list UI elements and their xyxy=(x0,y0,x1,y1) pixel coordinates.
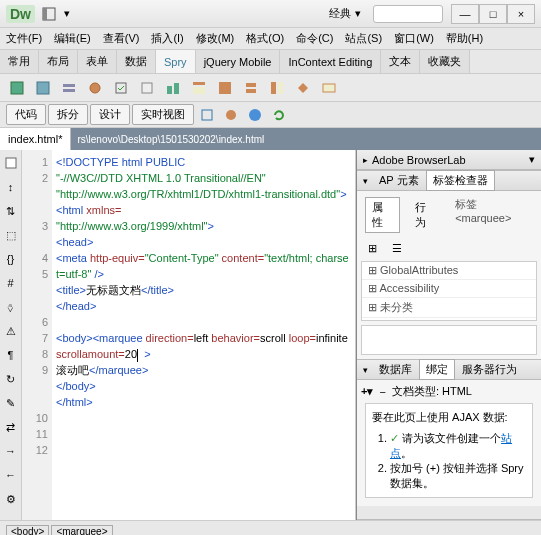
spry-icon-6[interactable] xyxy=(136,77,158,99)
line-numbers-icon[interactable]: # xyxy=(2,274,20,292)
server-behaviors-tab[interactable]: 服务器行为 xyxy=(455,359,524,380)
svg-rect-17 xyxy=(202,110,212,120)
highlight-icon[interactable]: ⎀ xyxy=(2,298,20,316)
minimize-button[interactable]: — xyxy=(451,4,479,24)
code-tools-vertical: ↕ ⇅ ⬚ {} # ⎀ ⚠ ¶ ↻ ✎ ⇄ → ← ⚙ xyxy=(0,150,22,520)
spry-icon-4[interactable] xyxy=(84,77,106,99)
panel-browserlab-header[interactable]: ▸ Adobe BrowserLab ▾ xyxy=(357,150,541,170)
insert-tab-layout[interactable]: 布局 xyxy=(39,50,78,73)
spry-icon-13[interactable] xyxy=(318,77,340,99)
indent-icon[interactable]: → xyxy=(2,442,20,460)
menu-window[interactable]: 窗口(W) xyxy=(394,31,434,46)
inspect-icon[interactable] xyxy=(196,104,218,126)
move-icon[interactable]: ⇄ xyxy=(2,418,20,436)
live-code-icon[interactable] xyxy=(220,104,242,126)
panel-tag-inspector-header[interactable]: ▾ AP 元素 标签检查器 xyxy=(357,171,541,191)
insert-tab-spry[interactable]: Spry xyxy=(156,50,196,73)
list-view-icon[interactable]: ☰ xyxy=(386,237,408,259)
view-live-button[interactable]: 实时视图 xyxy=(132,104,194,125)
balance-braces-icon[interactable]: {} xyxy=(2,250,20,268)
menu-commands[interactable]: 命令(C) xyxy=(296,31,333,46)
ap-elements-tab[interactable]: AP 元素 xyxy=(372,170,426,191)
insert-tab-text[interactable]: 文本 xyxy=(381,50,420,73)
format-icon[interactable]: ⚙ xyxy=(2,490,20,508)
apply-comment-icon[interactable]: ¶ xyxy=(2,346,20,364)
expand-icon[interactable]: ⇅ xyxy=(2,202,20,220)
spry-icon-11[interactable] xyxy=(266,77,288,99)
bindings-tab[interactable]: 绑定 xyxy=(419,359,455,380)
view-design-button[interactable]: 设计 xyxy=(90,104,130,125)
doc-type-label: 文档类型: HTML xyxy=(392,384,472,399)
wrap-tag-icon[interactable]: ↻ xyxy=(2,370,20,388)
menu-format[interactable]: 格式(O) xyxy=(246,31,284,46)
menu-insert[interactable]: 插入(I) xyxy=(151,31,183,46)
menu-modify[interactable]: 修改(M) xyxy=(196,31,235,46)
line-gutter: 12 3 4 5 6 7 8 9 10 11 12 xyxy=(22,150,52,520)
insert-tab-incontext[interactable]: InContext Editing xyxy=(280,50,381,73)
recent-snippets-icon[interactable]: ✎ xyxy=(2,394,20,412)
document-path: rs\lenovo\Desktop\1501530202\index.html xyxy=(71,128,541,150)
open-docs-icon[interactable] xyxy=(2,154,20,172)
svg-rect-11 xyxy=(193,82,205,85)
attributes-list[interactable]: ⊞ GlobalAttributes ⊞ Accessibility ⊞ 未分类 xyxy=(361,261,537,321)
attributes-subtab[interactable]: 属性 xyxy=(365,197,400,233)
database-tab[interactable]: 数据库 xyxy=(372,359,419,380)
tag-inspector-tab[interactable]: 标签检查器 xyxy=(426,170,495,191)
outdent-icon[interactable]: ← xyxy=(2,466,20,484)
menu-file[interactable]: 文件(F) xyxy=(6,31,42,46)
collapse-icon[interactable]: ↕ xyxy=(2,178,20,196)
menu-edit[interactable]: 编辑(E) xyxy=(54,31,91,46)
collapse-arrow-icon: ▾ xyxy=(363,365,368,375)
svg-rect-13 xyxy=(219,82,231,94)
spry-icon-8[interactable] xyxy=(188,77,210,99)
spry-icon-10[interactable] xyxy=(240,77,262,99)
collapse-arrow-icon: ▾ xyxy=(363,176,368,186)
panel-menu-icon[interactable]: ▾ xyxy=(529,153,535,166)
spry-icon-1[interactable] xyxy=(6,77,28,99)
browser-icon[interactable] xyxy=(244,104,266,126)
insert-icons-row xyxy=(0,74,541,102)
app-logo: Dw xyxy=(6,5,35,23)
layout-icon[interactable] xyxy=(41,6,57,22)
tag-selector-body[interactable]: <body> xyxy=(6,525,49,535)
spry-icon-3[interactable] xyxy=(58,77,80,99)
spry-icon-9[interactable] xyxy=(214,77,236,99)
panel-bindings-header[interactable]: ▾ 数据库 绑定 服务器行为 xyxy=(357,360,541,380)
svg-rect-3 xyxy=(37,82,49,94)
insert-tab-data[interactable]: 数据 xyxy=(117,50,156,73)
attr-value-box[interactable] xyxy=(361,325,537,355)
menubar: 文件(F) 编辑(E) 查看(V) 插入(I) 修改(M) 格式(O) 命令(C… xyxy=(0,28,541,50)
close-button[interactable]: × xyxy=(507,4,535,24)
maximize-button[interactable]: □ xyxy=(479,4,507,24)
svg-rect-4 xyxy=(63,84,75,87)
refresh-icon[interactable] xyxy=(268,104,290,126)
menu-help[interactable]: 帮助(H) xyxy=(446,31,483,46)
insert-tab-jquery[interactable]: jQuery Mobile xyxy=(196,50,281,73)
select-parent-icon[interactable]: ⬚ xyxy=(2,226,20,244)
chevron-down-icon: ▾ xyxy=(355,7,361,20)
insert-tab-forms[interactable]: 表单 xyxy=(78,50,117,73)
spry-icon-2[interactable] xyxy=(32,77,54,99)
code-editor[interactable]: <!DOCTYPE html PUBLIC"-//W3C//DTD XHTML … xyxy=(52,150,355,520)
syntax-error-icon[interactable]: ⚠ xyxy=(2,322,20,340)
svg-rect-12 xyxy=(193,87,205,94)
menu-view[interactable]: 查看(V) xyxy=(103,31,140,46)
document-tab[interactable]: index.html* xyxy=(0,128,71,150)
add-binding-button[interactable]: +▾ xyxy=(361,385,373,398)
spry-icon-5[interactable] xyxy=(110,77,132,99)
view-split-button[interactable]: 拆分 xyxy=(48,104,88,125)
behaviors-subtab[interactable]: 行为 xyxy=(408,197,443,233)
panel-browserlab-label: Adobe BrowserLab xyxy=(372,154,466,166)
insert-tab-fav[interactable]: 收藏夹 xyxy=(420,50,470,73)
menu-site[interactable]: 站点(S) xyxy=(345,31,382,46)
dropdown-icon[interactable]: ▾ xyxy=(59,6,75,22)
search-input[interactable] xyxy=(373,5,443,23)
remove-binding-button[interactable]: − xyxy=(379,386,385,398)
insert-tab-common[interactable]: 常用 xyxy=(0,50,39,73)
view-code-button[interactable]: 代码 xyxy=(6,104,46,125)
spry-icon-7[interactable] xyxy=(162,77,184,99)
tag-selector-marquee[interactable]: <marquee> xyxy=(51,525,112,535)
workspace-selector[interactable]: 经典 ▾ xyxy=(329,6,361,21)
spry-icon-12[interactable] xyxy=(292,77,314,99)
category-view-icon[interactable]: ⊞ xyxy=(361,237,383,259)
